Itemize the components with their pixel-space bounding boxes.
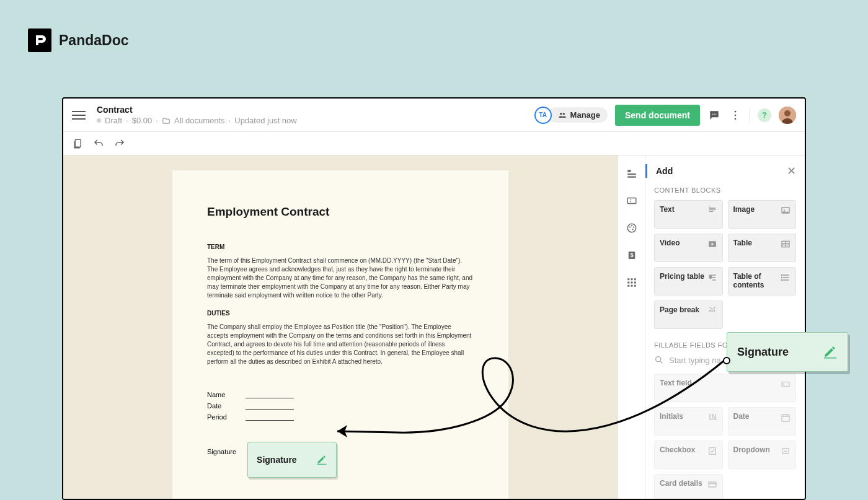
collab-avatar[interactable]: TA: [534, 107, 552, 124]
manage-label: Manage: [570, 110, 600, 120]
text-field-icon: [781, 379, 790, 389]
document-page[interactable]: Employment Contract TERM The term of thi…: [172, 170, 508, 499]
image-icon: [781, 206, 790, 216]
rail-content-icon[interactable]: [625, 167, 639, 180]
document-canvas[interactable]: Employment Contract TERM The term of thi…: [63, 156, 618, 499]
dragged-signature-card[interactable]: Signature: [727, 332, 848, 372]
brand-logo-mark: [28, 29, 51, 52]
kebab-menu-icon[interactable]: [728, 108, 742, 122]
svg-point-38: [781, 274, 782, 275]
svg-point-5: [735, 110, 737, 112]
document-title[interactable]: Contract: [97, 105, 297, 115]
duties-body: The Company shall employ the Employee as…: [207, 323, 474, 366]
svg-rect-26: [627, 282, 629, 284]
term-body: The term of this Employment Contract sha…: [207, 257, 474, 300]
calendar-icon: [781, 413, 790, 423]
search-placeholder: Start typing na: [669, 356, 721, 365]
rail-pricing-icon[interactable]: $: [625, 248, 639, 262]
content-blocks-label: CONTENT BLOCKS: [654, 186, 796, 194]
term-heading: TERM: [207, 243, 474, 250]
svg-point-39: [781, 277, 782, 278]
search-icon: [654, 355, 664, 365]
initials-icon: IN: [709, 413, 717, 420]
svg-point-1: [562, 112, 565, 115]
close-panel-icon[interactable]: ✕: [787, 164, 796, 178]
folder-name[interactable]: All documents: [174, 116, 225, 125]
svg-point-0: [559, 112, 562, 115]
svg-text:$: $: [630, 252, 633, 258]
name-label: Name: [207, 391, 246, 398]
svg-rect-30: [631, 285, 632, 287]
user-avatar[interactable]: [779, 107, 796, 124]
period-label: Period: [207, 413, 246, 421]
block-image[interactable]: Image: [728, 200, 797, 229]
send-document-button[interactable]: Send document: [615, 105, 700, 126]
field-date[interactable]: Date: [728, 407, 797, 436]
svg-point-40: [781, 279, 782, 280]
divider: [750, 108, 750, 123]
field-dropdown[interactable]: Dropdown: [728, 441, 797, 469]
block-text[interactable]: TextT: [654, 200, 723, 229]
svg-rect-28: [634, 282, 636, 284]
title-block: Contract Draft · $0.00 · All documents ·…: [97, 105, 297, 125]
name-line[interactable]: [246, 391, 294, 398]
duplicate-page-icon[interactable]: [72, 138, 83, 149]
period-line[interactable]: [246, 413, 294, 421]
svg-point-6: [735, 114, 737, 116]
field-initials[interactable]: InitialsIN: [654, 407, 723, 436]
status-indicator-icon: [97, 118, 101, 123]
page-break-icon: [707, 306, 717, 316]
svg-rect-47: [824, 357, 836, 359]
svg-rect-24: [631, 278, 632, 280]
svg-rect-11: [317, 464, 327, 465]
signature-drop-target[interactable]: Signature: [247, 442, 337, 478]
block-table[interactable]: Table: [728, 234, 797, 262]
svg-rect-12: [627, 170, 631, 172]
hamburger-menu-icon[interactable]: [72, 108, 86, 122]
content-blocks-grid: TextT Image Video Table Pricing table$ T…: [654, 200, 796, 329]
svg-point-3: [714, 113, 715, 115]
svg-text:$: $: [709, 274, 712, 279]
field-checkbox[interactable]: Checkbox: [654, 441, 723, 469]
svg-text:T: T: [709, 206, 711, 208]
field-text[interactable]: Text field: [654, 374, 796, 402]
svg-rect-31: [634, 285, 636, 287]
manage-button[interactable]: Manage: [548, 107, 608, 123]
block-page-break[interactable]: Page break: [654, 300, 723, 329]
help-button[interactable]: ?: [758, 108, 771, 122]
card-icon: [707, 480, 717, 489]
block-pricing-table[interactable]: Pricing table$: [654, 267, 723, 296]
svg-rect-27: [631, 282, 632, 284]
field-card-details[interactable]: Card details: [654, 474, 723, 499]
svg-rect-10: [75, 139, 81, 147]
svg-point-34: [784, 209, 785, 211]
panel-title: Add: [645, 164, 673, 178]
toolbar: [63, 132, 805, 156]
rail-variables-icon[interactable]: [625, 194, 639, 208]
undo-icon[interactable]: [93, 138, 104, 149]
svg-point-20: [632, 229, 633, 230]
app-window: Contract Draft · $0.00 · All documents ·…: [62, 97, 806, 500]
svg-rect-42: [782, 382, 789, 387]
rail-apps-icon[interactable]: [625, 276, 639, 289]
svg-rect-15: [627, 198, 636, 204]
block-video[interactable]: Video: [654, 234, 723, 262]
dropdown-icon: [781, 446, 790, 456]
dragged-signature-label: Signature: [737, 346, 789, 359]
svg-rect-23: [627, 278, 629, 280]
main-area: Employment Contract TERM The term of thi…: [63, 156, 805, 499]
rail-design-icon[interactable]: [625, 221, 639, 235]
chat-icon[interactable]: [707, 108, 721, 122]
block-toc[interactable]: Table of contents: [728, 267, 797, 296]
amount-text: $0.00: [132, 116, 153, 125]
folder-icon: [162, 116, 170, 125]
text-icon: T: [707, 206, 717, 216]
brand-logo: PandaDoc: [28, 29, 128, 52]
signature-placeholder-label: Signature: [257, 455, 297, 465]
redo-icon[interactable]: [114, 138, 125, 149]
pricing-table-icon: $: [707, 273, 717, 283]
svg-point-4: [715, 113, 717, 115]
checkbox-icon: [707, 446, 717, 456]
svg-point-19: [632, 226, 634, 227]
date-line[interactable]: [246, 402, 294, 410]
